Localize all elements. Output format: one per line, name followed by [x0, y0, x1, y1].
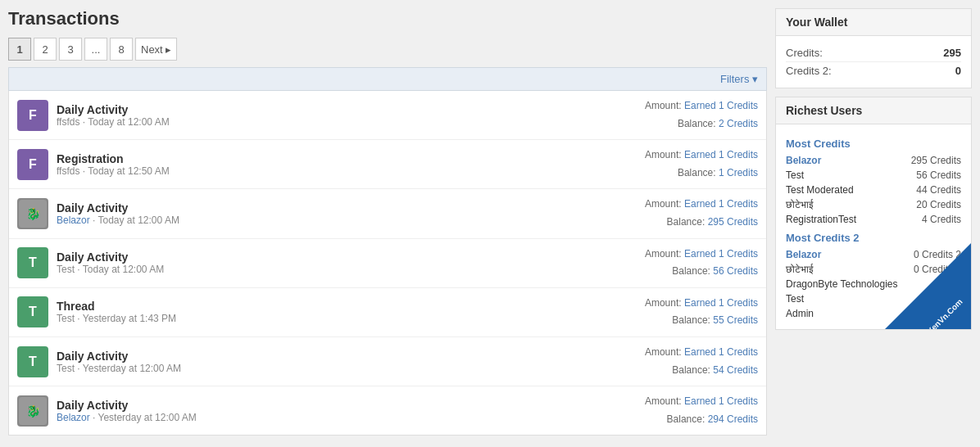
wallet-row-label: Credits: [786, 47, 823, 59]
transaction-list: F Daily Activity ffsfds · Today at 12:00… [8, 91, 767, 436]
avatar: T [17, 247, 48, 278]
amount-label: Amount: [645, 248, 682, 260]
amount-value: Earned 1 Credits [684, 149, 758, 160]
transaction-row: T Daily Activity Test · Today at 12:00 A… [9, 239, 766, 288]
user-name: Test [57, 313, 75, 324]
transaction-title: Thread [57, 300, 645, 313]
transaction-title: Registration [57, 152, 645, 165]
transaction-time: Today at 12:00 AM [88, 116, 169, 128]
balance-value: 55 Credits [713, 314, 758, 326]
amount-value: Earned 1 Credits [684, 100, 758, 111]
page-title: Transactions [8, 8, 767, 29]
filters-button[interactable]: Filters ▾ [720, 73, 758, 85]
transaction-meta: ffsfds · Today at 12:50 AM [57, 165, 645, 177]
avatar: F [17, 100, 48, 131]
avatar: T [17, 346, 48, 377]
richest-user-name: Test [786, 293, 804, 305]
balance-value: 56 Credits [713, 265, 758, 277]
transaction-time: Today at 12:00 AM [98, 214, 179, 226]
transaction-title: Daily Activity [57, 251, 645, 264]
richest-user-credits: 4 Credits [922, 214, 961, 225]
transaction-meta: Belazor · Yesterday at 12:00 AM [57, 412, 645, 423]
page-btn-3[interactable]: 3 [59, 38, 82, 61]
balance-label: Balance: [667, 216, 706, 228]
wallet-row-value: 295 [943, 47, 961, 59]
transaction-time: Yesterday at 1:43 PM [83, 313, 176, 324]
balance-value: 294 Credits [708, 413, 758, 425]
amount-label: Amount: [645, 149, 682, 160]
filters-bar: Filters ▾ [8, 67, 767, 91]
page-btn-1[interactable]: 1 [8, 38, 31, 61]
richest-user-row: छोटेभाई 20 Credits [786, 197, 961, 212]
richest-user-credits: 20 Credits [916, 199, 961, 210]
avatar: T [17, 296, 48, 327]
transaction-amounts: Amount: Earned 1 Credits Balance: 56 Cre… [645, 246, 758, 281]
richest-user-name[interactable]: Belazor [786, 155, 821, 166]
balance-label: Balance: [678, 118, 716, 129]
balance-value: 295 Credits [708, 216, 758, 228]
amount-value: Earned 1 Credits [684, 248, 758, 260]
wallet-title: Your Wallet [776, 9, 971, 36]
user-name: ffsfds [57, 165, 79, 177]
page-btn-2[interactable]: 2 [34, 38, 57, 61]
transaction-title: Daily Activity [57, 399, 645, 412]
richest-user-credits: 295 Credits [911, 155, 961, 166]
richest-user-name: Admin [786, 308, 814, 319]
sidebar: Your Wallet Credits: 295 Credits 2: 0 Ri… [775, 8, 972, 436]
richest-user-name: Test [786, 169, 804, 181]
page-btn-8[interactable]: 8 [110, 38, 133, 61]
transaction-title: Daily Activity [57, 201, 645, 214]
transaction-info: Daily Activity Belazor · Yesterday at 12… [57, 399, 645, 423]
avatar: 🐉 [17, 198, 48, 229]
transaction-meta: Test · Today at 12:00 AM [57, 264, 645, 275]
balance-label: Balance: [672, 314, 710, 326]
wallet-row-value: 0 [955, 65, 961, 77]
wallet-row: Credits 2: 0 [786, 62, 961, 79]
wallet-row-label: Credits 2: [786, 65, 832, 77]
transaction-info: Registration ffsfds · Today at 12:50 AM [57, 152, 645, 177]
wallet-content: Credits: 295 Credits 2: 0 [776, 36, 971, 88]
transaction-title: Daily Activity [57, 350, 645, 363]
balance-value: 1 Credits [719, 167, 758, 178]
richest-title: Richest Users [776, 97, 971, 124]
balance-value: 54 Credits [713, 364, 758, 376]
amount-label: Amount: [645, 100, 682, 111]
richest-user-row: Test Moderated 44 Credits [786, 183, 961, 197]
transaction-row: F Daily Activity ffsfds · Today at 12:00… [9, 91, 766, 140]
richest-user-row: Test 56 Credits [786, 168, 961, 183]
user-link[interactable]: Belazor [57, 214, 90, 226]
transaction-row: F Registration ffsfds · Today at 12:50 A… [9, 140, 766, 189]
richest-box: Richest Users Most Credits Belazor 295 C… [775, 97, 972, 330]
balance-value: 2 Credits [719, 118, 758, 129]
transaction-amounts: Amount: Earned 1 Credits Balance: 294 Cr… [645, 393, 758, 428]
richest-user-name[interactable]: Belazor [786, 249, 821, 260]
amount-label: Amount: [645, 297, 682, 309]
wallet-row: Credits: 295 [786, 44, 961, 62]
page-btn-dots: ... [84, 38, 107, 61]
richest-user-name: छोटेभाई [786, 264, 814, 275]
avatar: 🐉 [17, 395, 48, 427]
svg-text:🐉: 🐉 [26, 404, 41, 418]
transaction-meta: Test · Yesterday at 12:00 AM [57, 363, 645, 374]
richest-user-name: Test Moderated [786, 184, 854, 196]
richest-user-row: Belazor 295 Credits [786, 153, 961, 168]
user-name: Test [57, 363, 75, 374]
avatar: F [17, 149, 48, 180]
richest-section-title: Most Credits [786, 138, 961, 150]
amount-label: Amount: [645, 395, 682, 407]
balance-label: Balance: [672, 265, 710, 277]
next-page-button[interactable]: Next ▸ [135, 38, 177, 61]
wallet-box: Your Wallet Credits: 295 Credits 2: 0 [775, 8, 972, 88]
user-link[interactable]: Belazor [57, 412, 90, 423]
amount-label: Amount: [645, 346, 682, 358]
transaction-amounts: Amount: Earned 1 Credits Balance: 1 Cred… [645, 147, 758, 182]
transaction-amounts: Amount: Earned 1 Credits Balance: 55 Cre… [645, 295, 758, 330]
svg-text:🐉: 🐉 [26, 207, 41, 221]
balance-label: Balance: [678, 167, 716, 178]
transaction-row: 🐉 Daily Activity Belazor · Yesterday at … [9, 386, 766, 435]
transaction-time: Yesterday at 12:00 AM [98, 412, 196, 423]
transaction-row: T Thread Test · Yesterday at 1:43 PM Amo… [9, 288, 766, 337]
transaction-info: Thread Test · Yesterday at 1:43 PM [57, 300, 645, 324]
transaction-info: Daily Activity Test · Today at 12:00 AM [57, 251, 645, 275]
transaction-info: Daily Activity ffsfds · Today at 12:00 A… [57, 103, 645, 128]
